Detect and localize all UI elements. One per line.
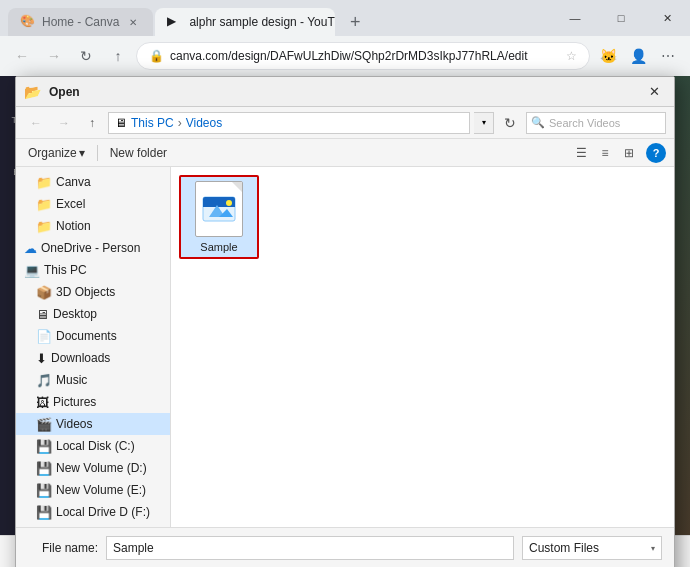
dialog-sidebar: 📁 Canva 📁 Excel 📁 Notion ☁ [16,167,171,527]
file-item-sample[interactable]: Sample [179,175,259,259]
canva-favicon: 🎨 [20,14,36,30]
dialog-up-button[interactable]: ↑ [80,111,104,135]
sidebar-item-3d-objects[interactable]: 📦 3D Objects [16,281,170,303]
downloads-icon: ⬇ [36,351,47,366]
3d-objects-icon: 📦 [36,285,52,300]
sidebar-item-music[interactable]: 🎵 Music [16,369,170,391]
youtube-favicon: ▶ [167,14,183,30]
filetype-dropdown[interactable]: Custom Files ▾ [522,536,662,560]
organize-arrow: ▾ [79,146,85,160]
dialog-bottom: File name: Custom Files ▾ Open Cancel [16,527,674,567]
sidebar-excel-label: Excel [56,197,85,211]
sidebar-videos-label: Videos [56,417,92,431]
path-separator: › [178,116,182,130]
dialog-title-bar: 📂 Open ✕ [16,77,674,107]
tab-bar: 🎨 Home - Canva ✕ ▶ alphr sample design -… [0,0,690,36]
file-name-sample: Sample [200,241,237,253]
path-this-pc[interactable]: This PC [131,116,174,130]
sidebar-desktop-label: Desktop [53,307,97,321]
sidebar-new-e-label: New Volume (E:) [56,483,146,497]
excel-folder-icon: 📁 [36,197,52,212]
help-button[interactable]: ? [646,143,666,163]
organize-button[interactable]: Organize ▾ [24,144,89,162]
dialog-path-dropdown[interactable]: ▾ [474,112,494,134]
music-icon: 🎵 [36,373,52,388]
filetype-value: Custom Files [529,541,599,555]
sidebar-this-pc-label: This PC [44,263,87,277]
local-drive-f-icon: 💾 [36,505,52,520]
sidebar-pictures-label: Pictures [53,395,96,409]
file-image-svg [201,191,237,227]
svg-point-5 [226,200,232,206]
file-page [195,181,243,237]
sidebar-item-new-volume-d[interactable]: 💾 New Volume (D:) [16,457,170,479]
new-volume-d-icon: 💾 [36,461,52,476]
tab-canva-label: Home - Canva [42,15,119,29]
sidebar-item-local-disk-c[interactable]: 💾 Local Disk (C:) [16,435,170,457]
dialog-search-box[interactable]: 🔍 Search Videos [526,112,666,134]
sidebar-local-c-label: Local Disk (C:) [56,439,135,453]
pictures-icon: 🖼 [36,395,49,410]
view-list-button[interactable]: ☰ [570,142,592,164]
sidebar-new-d-label: New Volume (D:) [56,461,147,475]
tab-youtube[interactable]: ▶ alphr sample design - YouTube ... ✕ [155,8,335,36]
local-disk-c-icon: 💾 [36,439,52,454]
filename-label: File name: [28,541,98,555]
sidebar-item-canva[interactable]: 📁 Canva [16,171,170,193]
sidebar-item-local-drive-f[interactable]: 💾 Local Drive D (F:) [16,501,170,523]
sidebar-notion-label: Notion [56,219,91,233]
search-placeholder: Search Videos [549,117,620,129]
sidebar-item-desktop[interactable]: 🖥 Desktop [16,303,170,325]
filename-input[interactable] [106,536,514,560]
sidebar-3d-label: 3D Objects [56,285,115,299]
onedrive-icon: ☁ [24,241,37,256]
sidebar-item-excel[interactable]: 📁 Excel [16,193,170,215]
window-controls: — □ ✕ [552,6,690,30]
sidebar-item-this-pc[interactable]: 💻 This PC [16,259,170,281]
minimize-button[interactable]: — [552,6,598,30]
sidebar-item-documents[interactable]: 📄 Documents [16,325,170,347]
dialog-title: Open [49,85,634,99]
maximize-button[interactable]: □ [598,6,644,30]
new-tab-button[interactable]: + [341,8,369,36]
sidebar-item-new-volume-e[interactable]: 💾 New Volume (E:) [16,479,170,501]
dialog-body: 📁 Canva 📁 Excel 📁 Notion ☁ [16,167,674,527]
tab-youtube-label: alphr sample design - YouTube ... [189,15,335,29]
sidebar-local-f-label: Local Drive D (F:) [56,505,150,519]
dialog-content-area: Sample [171,167,674,527]
close-button[interactable]: ✕ [644,6,690,30]
dialog-back-button[interactable]: ← [24,111,48,135]
dialog-refresh-button[interactable]: ↻ [498,111,522,135]
sidebar-item-onedrive[interactable]: ☁ OneDrive - Person [16,237,170,259]
videos-icon: 🎬 [36,417,52,432]
path-videos[interactable]: Videos [186,116,222,130]
sidebar-item-notion[interactable]: 📁 Notion [16,215,170,237]
view-details-button[interactable]: ≡ [594,142,616,164]
sidebar-downloads-label: Downloads [51,351,110,365]
sidebar-item-videos[interactable]: 🎬 Videos [16,413,170,435]
view-grid-button[interactable]: ⊞ [618,142,640,164]
tab-canva[interactable]: 🎨 Home - Canva ✕ [8,8,153,36]
dialog-forward-button[interactable]: → [52,111,76,135]
sidebar-item-downloads[interactable]: ⬇ Downloads [16,347,170,369]
dialog-overlay: 📂 Open ✕ ← → ↑ 🖥 This PC › Videos ▾ ↻ 🔍 [0,36,690,567]
dialog-path-box[interactable]: 🖥 This PC › Videos [108,112,470,134]
sidebar-music-label: Music [56,373,87,387]
file-icon-large [191,181,247,237]
dialog-address-bar: ← → ↑ 🖥 This PC › Videos ▾ ↻ 🔍 Search Vi… [16,107,674,139]
new-volume-e-icon: 💾 [36,483,52,498]
filetype-dropdown-arrow: ▾ [651,544,655,553]
organize-label: Organize [28,146,77,160]
sidebar-canva-label: Canva [56,175,91,189]
dialog-sidebar-wrapper: 📁 Canva 📁 Excel 📁 Notion ☁ [16,167,171,527]
browser-window: 🎨 Home - Canva ✕ ▶ alphr sample design -… [0,0,690,567]
dialog-close-button[interactable]: ✕ [642,82,666,102]
documents-icon: 📄 [36,329,52,344]
sidebar-documents-label: Documents [56,329,117,343]
open-dialog: 📂 Open ✕ ← → ↑ 🖥 This PC › Videos ▾ ↻ 🔍 [15,76,675,567]
dialog-toolbar: Organize ▾ New folder ☰ ≡ ⊞ ? [16,139,674,167]
filename-row: File name: Custom Files ▾ [28,536,662,560]
tab-canva-close[interactable]: ✕ [125,14,141,30]
sidebar-item-pictures[interactable]: 🖼 Pictures [16,391,170,413]
new-folder-button[interactable]: New folder [106,144,171,162]
